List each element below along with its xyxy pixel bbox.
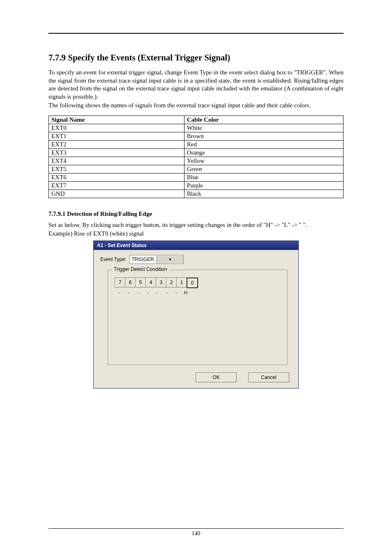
- trigger-indicator: -: [162, 290, 172, 296]
- event-type-value: TRIGGER: [130, 257, 157, 262]
- trigger-indicator: -: [115, 290, 125, 296]
- page-footer: 140: [48, 528, 344, 537]
- table-row: EXT1Brown: [49, 132, 344, 140]
- page-number: 140: [192, 530, 201, 536]
- signal-table: Signal Name Cable Color EXT0White EXT1Br…: [48, 116, 344, 198]
- trigger-button-0[interactable]: 0: [187, 278, 198, 288]
- dialog-title-bar: A1 - Set Event Status: [94, 241, 298, 250]
- dialog-body: Event Type: TRIGGER ▼ Trigger Detect Con…: [94, 250, 298, 368]
- table-row: EXT5Green: [49, 165, 344, 173]
- table-row: EXT7Purple: [49, 181, 344, 190]
- trigger-indicator: H: [181, 290, 191, 296]
- table-header-signal: Signal Name: [49, 116, 184, 124]
- trigger-button-row: 7 6 5 4 3 2 1 0: [115, 278, 281, 288]
- paragraph-1: To specify an event for external trigger…: [48, 69, 344, 101]
- event-type-label: Event Type:: [100, 257, 126, 262]
- table-row: GNDBlack: [49, 190, 344, 198]
- table-row: EXT4Yellow: [49, 157, 344, 165]
- trigger-button-6[interactable]: 6: [125, 278, 136, 287]
- instruction-2: Example) Rise of EXT0 (white) signal: [48, 230, 344, 237]
- table-row: EXT0White: [49, 124, 344, 132]
- group-legend: Trigger Detect Condition: [112, 266, 169, 272]
- table-row: EXT2Red: [49, 140, 344, 148]
- trigger-indicator-row: - - - - - - - H: [115, 290, 281, 296]
- table-row: EXT3Orange: [49, 148, 344, 157]
- trigger-button-7[interactable]: 7: [115, 278, 125, 287]
- trigger-indicator: -: [134, 290, 143, 296]
- trigger-indicator: -: [171, 290, 181, 296]
- instruction-1: Set as below. By clicking each trigger b…: [48, 222, 344, 229]
- table-row: EXT6Blue: [49, 173, 344, 181]
- trigger-indicator: -: [152, 290, 162, 296]
- trigger-indicator: -: [143, 290, 153, 296]
- paragraph-2: The following shows the names of signals…: [48, 102, 344, 110]
- document-page: 7.7.9 Specify the Events (External Trigg…: [0, 0, 392, 555]
- trigger-button-2[interactable]: 2: [166, 278, 177, 287]
- table-header-color: Cable Color: [184, 116, 343, 124]
- chevron-down-icon[interactable]: ▼: [157, 256, 184, 263]
- ok-button[interactable]: OK: [196, 372, 237, 382]
- trigger-indicator: -: [124, 290, 134, 296]
- trigger-button-4[interactable]: 4: [145, 278, 156, 287]
- trigger-button-1[interactable]: 1: [176, 278, 187, 287]
- top-rule: [48, 33, 344, 34]
- subsection-heading: 7.7.9.1 Detection of Rising/Falling Edge: [48, 210, 344, 217]
- section-heading: 7.7.9 Specify the Events (External Trigg…: [48, 53, 344, 63]
- event-type-select[interactable]: TRIGGER ▼: [129, 255, 184, 264]
- cancel-button[interactable]: Cancel: [248, 372, 289, 382]
- trigger-button-3[interactable]: 3: [156, 278, 166, 287]
- dialog-actions: OK Cancel: [94, 368, 298, 388]
- trigger-button-5[interactable]: 5: [135, 278, 146, 287]
- set-event-status-dialog: A1 - Set Event Status Event Type: TRIGGE…: [93, 240, 299, 388]
- trigger-detect-group: Trigger Detect Condition 7 6 5 4 3 2 1 0…: [108, 270, 288, 365]
